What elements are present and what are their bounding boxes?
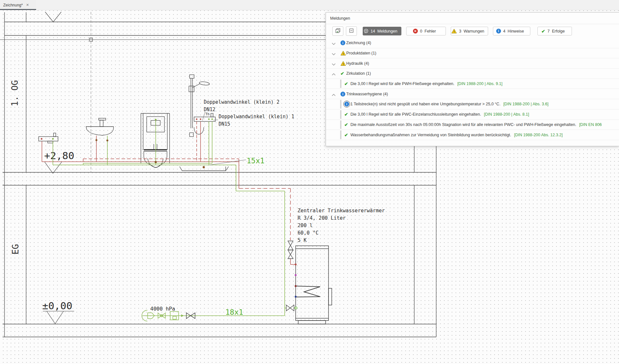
filter-info-button[interactable]: i 4 Hinweise — [493, 27, 530, 35]
group-row-hydraulik[interactable]: ! Hydraulik (4) — [326, 58, 619, 69]
indent-bar — [340, 100, 341, 109]
panel-title: Meldungen — [326, 13, 619, 24]
info-icon: i — [344, 102, 349, 107]
success-icon: ✔ — [344, 132, 348, 138]
annotation-dww1: Doppelwandwinkel (klein) 1 — [219, 114, 294, 120]
heater-label-2: R 3/4, 200 Liter — [298, 215, 346, 221]
collapse-all-icon — [349, 28, 354, 34]
chevron-up-icon[interactable] — [332, 93, 336, 95]
success-icon: ✔ — [344, 122, 348, 127]
info-icon: i — [340, 91, 345, 96]
heater-label-4: 60,0 °C — [298, 230, 319, 236]
tab-label: Zeichnung* — [3, 3, 23, 7]
message-row[interactable]: ✔ Die 3,00 l Regel wird für alle PWH-Fli… — [326, 79, 619, 89]
shutoff-valves[interactable] — [286, 241, 294, 311]
warning-icon: ! — [451, 29, 457, 34]
messages-toolbar: 14 Meldungen ✕ 0 Fehler ! 3 Warnungen i … — [326, 24, 619, 38]
pressure-label: 4000 hPa — [150, 306, 175, 312]
indent-bar — [340, 120, 341, 129]
success-icon: ✔ — [340, 71, 344, 76]
error-icon: ✕ — [413, 29, 418, 34]
annotation-dww2: Doppelwandwinkel (klein) 2 — [204, 99, 280, 105]
success-icon: ✔ — [541, 29, 545, 34]
info-icon: i — [496, 29, 501, 34]
pipe-label-18x1: 18x1 — [225, 308, 243, 316]
warning-icon: ! — [340, 61, 346, 66]
tab-zeichnung[interactable]: Zeichnung* ✕ — [0, 0, 36, 10]
level-marker-000[interactable]: ±0,00 — [42, 300, 74, 324]
chevron-down-icon[interactable] — [332, 62, 336, 65]
filter-all-button[interactable]: 14 Meldungen — [363, 27, 401, 35]
floor-label-ground: EG — [10, 244, 20, 254]
filter-warning-button[interactable]: ! 3 Warnungen — [451, 27, 488, 35]
info-icon: i — [340, 41, 345, 45]
indent-bar — [340, 130, 341, 139]
chevron-down-icon[interactable] — [332, 52, 336, 54]
shower-fixture[interactable] — [189, 75, 215, 137]
message-row-selected[interactable]: i 1 Teilstrecke(n) sind nicht gespült un… — [326, 99, 619, 110]
indent-bar — [340, 110, 341, 119]
messages-panel: Meldungen 14 — [326, 12, 619, 146]
toilet-fixture[interactable] — [141, 113, 170, 168]
message-row[interactable]: ✔ Die 3,00 l Regel wird für alle PWC-Ein… — [326, 110, 619, 120]
svg-text:!: ! — [343, 52, 344, 55]
section-line[interactable] — [89, 12, 93, 172]
group-row-zeichnung[interactable]: i Zeichnung (4) — [326, 38, 619, 48]
chevron-up-icon[interactable] — [332, 72, 336, 75]
water-heater[interactable] — [295, 246, 332, 324]
annotation-th: Th — [205, 112, 210, 116]
group-row-produktdaten[interactable]: ! Produktdaten (1) — [326, 48, 619, 59]
floor-label-upper: 1. OG — [10, 80, 20, 106]
expand-all-icon — [335, 28, 340, 34]
group-row-trinkwasserhygiene[interactable]: i Trinkwasserhygiene (4) — [326, 89, 619, 99]
svg-text:±0,00: ±0,00 — [42, 300, 72, 311]
message-row[interactable]: ✔ Wasserbehandlungsmaßnahmen zur Vermeid… — [326, 130, 619, 140]
expand-all-button[interactable] — [332, 26, 343, 36]
level-marker-top — [45, 12, 61, 22]
group-row-zirkulation[interactable]: ✔ Zirkulation (1) — [326, 69, 619, 79]
collapse-all-button[interactable] — [346, 26, 357, 36]
success-icon: ✔ — [344, 81, 348, 86]
tab-bar: Zeichnung* ✕ — [0, 0, 619, 10]
close-icon[interactable]: ✕ — [26, 3, 29, 7]
annotation-dww1-dn: DN15 — [219, 121, 230, 127]
svg-text:!: ! — [343, 62, 344, 65]
indent-bar — [340, 80, 341, 88]
washbasin-fixture[interactable] — [86, 118, 113, 135]
chevron-down-icon[interactable] — [332, 42, 336, 44]
svg-text:+2,80: +2,80 — [44, 150, 74, 161]
pipe-pwh-red[interactable] — [42, 121, 295, 264]
success-icon: ✔ — [344, 112, 348, 117]
speech-bubble-icon — [364, 29, 368, 34]
filter-success-button[interactable]: ✔ 7 Erfolge — [537, 27, 572, 35]
filter-error-button[interactable]: ✕ 0 Fehler — [406, 27, 446, 35]
svg-text:!: ! — [454, 30, 455, 33]
annotation-dww2-dn: DN12 — [204, 107, 215, 112]
warning-icon: ! — [340, 51, 346, 56]
pipe-pwc-green[interactable] — [53, 119, 296, 316]
heater-label-1: Zentraler Trinkwassererwärmer — [298, 208, 385, 214]
pipe-label-15x1: 15x1 — [247, 157, 264, 165]
heating-coil — [296, 286, 320, 297]
bath-fixture[interactable] — [39, 133, 58, 143]
heater-label-3: 200 l — [298, 223, 313, 228]
message-row[interactable]: ✔ Die maximale Ausstoßzeit von 30s nach … — [326, 120, 619, 130]
active-tab-underline — [0, 9, 36, 10]
messages-list: i Zeichnung (4) ! Produktdaten (1) ! Hyd… — [326, 38, 619, 140]
heater-label-5: 5 K — [298, 237, 307, 243]
